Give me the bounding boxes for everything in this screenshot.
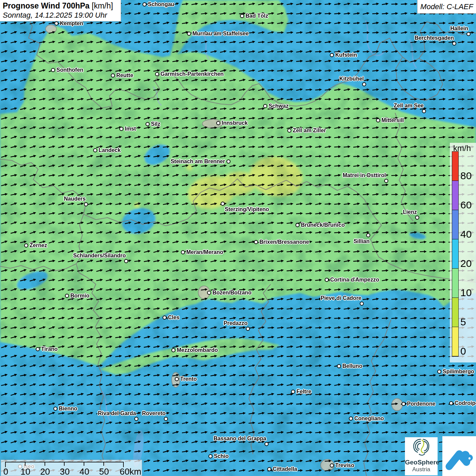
map-title: Prognose Wind 700hPa [km/h] xyxy=(3,1,118,11)
geosphere-contour-icon xyxy=(410,437,432,458)
hillshade-texture xyxy=(0,0,476,476)
title-box: Prognose Wind 700hPa [km/h] Sonntag, 14.… xyxy=(0,0,121,21)
legend-segment xyxy=(452,269,458,298)
legend-tick-label: 60 xyxy=(460,200,472,210)
scale-tick-label: 0 xyxy=(3,466,8,476)
map-datetime: Sonntag, 14.12.2025 19:00 Uhr xyxy=(3,11,118,20)
scale-tick-label: 30 xyxy=(60,466,70,476)
map-title-unit: [km/h] xyxy=(89,1,113,10)
legend-segment xyxy=(452,152,458,181)
scale-tick xyxy=(45,462,45,466)
model-label: Modell: C-LAEF xyxy=(420,2,473,11)
legend-tick-label: 0 xyxy=(460,346,466,356)
scale-tick-label: 50 xyxy=(99,466,109,476)
legend-tick-label: 5 xyxy=(460,317,466,327)
legend-tick-label: 20 xyxy=(460,258,472,269)
legend-tick-label: 10 xyxy=(460,288,472,298)
legend-segment xyxy=(452,181,458,210)
scale-tick-label: 60km xyxy=(120,466,141,476)
legend-color-bar xyxy=(452,152,458,356)
scale-tick xyxy=(25,462,26,466)
partner-logo xyxy=(442,436,476,476)
wind-forecast-map: SchongauBad TölzKemptenMurnau am Staffel… xyxy=(0,0,476,476)
geosphere-country: Austria xyxy=(405,466,438,473)
model-label-box: Modell: C-LAEF xyxy=(417,0,476,14)
legend-segment xyxy=(452,210,458,239)
geosphere-name: GeoSphere xyxy=(405,459,438,466)
map-canvas xyxy=(0,0,476,476)
scale-bar: 0102030405060km xyxy=(1,460,142,476)
scale-tick-label: 40 xyxy=(80,466,89,476)
legend-tick-label: 80 xyxy=(460,171,472,181)
legend-segment xyxy=(452,239,458,269)
scale-tick-label: 20 xyxy=(40,466,50,476)
legend-segment xyxy=(452,298,458,327)
scale-tick-label: 10 xyxy=(20,466,30,476)
scale-tick xyxy=(103,462,104,466)
scale-tick xyxy=(64,462,65,466)
legend: km/h 806040201050 xyxy=(450,143,476,362)
legend-segment xyxy=(452,327,458,356)
mountain-cloud-logo-icon xyxy=(444,440,474,473)
legend-tick-label: 40 xyxy=(460,229,472,239)
geosphere-logo: GeoSphere Austria xyxy=(405,437,438,475)
scale-tick xyxy=(84,462,84,466)
